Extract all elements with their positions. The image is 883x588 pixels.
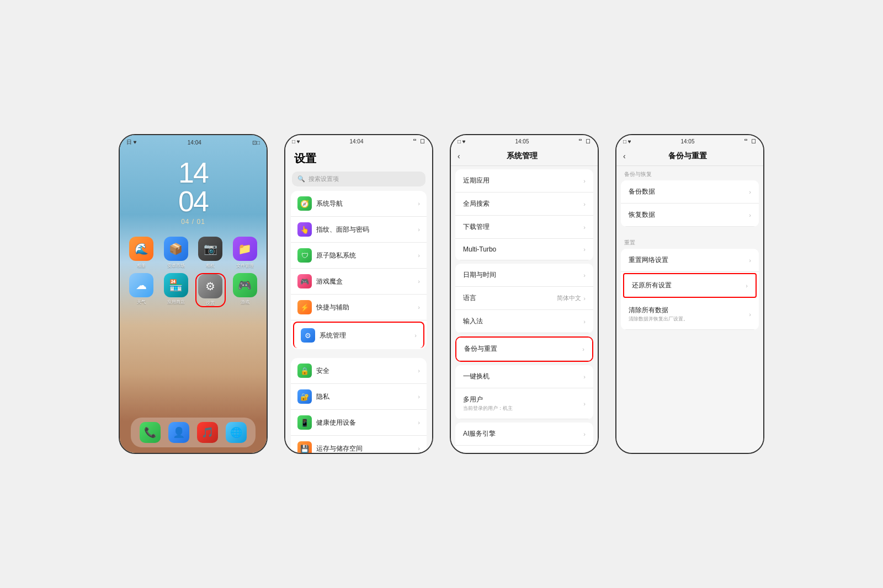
app-label-files: 文件管理 [236,263,254,269]
item-backup-reset[interactable]: 备份与重置 › [456,338,592,361]
icon-privacy: 🛡 [297,248,312,263]
system-mgmt-content: 近期应用 › 全局搜索 › 下载管理 › Multi-Turbo › 日期与时间… [451,166,598,453]
icon-priv2: 🔐 [297,389,312,404]
settings-section-2: 🔒 安全 › 🔐 隐私 › 📱 健康使用设备 › 💾 运存与储存空间 › 🔋 [291,358,427,453]
settings-content: 设置 🔍 搜索设置项 🧭 系统导航 › 👆 指纹、面部与密码 › 🛡 原子隐私系… [285,147,432,453]
label-google: Google [463,452,583,453]
item-global-search[interactable]: 全局搜索 › [455,193,593,216]
label-backup-data: 备份数据 [629,187,749,196]
item-input-method[interactable]: 输入法 › [455,310,593,333]
back-button-s3[interactable]: ‹ [458,152,460,161]
app-game[interactable]: 🎮 游戏 [230,273,260,307]
item-language[interactable]: 语言 简体中文 › [455,287,593,310]
arrow-restore-data: › [749,212,751,218]
app-album[interactable]: 🌊 相册 [126,237,157,269]
arrow-multi-user: › [583,400,586,407]
app-label-game: 游戏 [241,299,249,305]
app-icon-files: 📁 [233,237,257,261]
app-camera[interactable]: 📷 相机 [195,237,226,269]
search-bar[interactable]: 🔍 搜索设置项 [292,172,425,186]
settings-item-navigation[interactable]: 🧭 系统导航 › [291,191,427,217]
item-ai-service[interactable]: AI服务引擎 › [455,423,593,446]
status-time-s3: 14:05 [515,138,529,145]
arrow-download-mgmt: › [583,224,586,231]
status-bar-home: 日 ♥ 14:04 ⊡□ [120,135,267,147]
search-placeholder: 搜索设置项 [308,175,339,183]
arrow-gamebox: › [418,278,420,285]
app-label-camera: 相机 [206,263,215,269]
dock-browser[interactable]: 🌐 [226,422,247,443]
label-restore-data: 恢复数据 [629,210,749,220]
arrow-switch-phone: › [583,373,586,380]
item-download-mgmt[interactable]: 下载管理 › [455,216,593,239]
app-icon-appstore: 🏪 [164,273,188,297]
label-language: 语言 [463,293,557,303]
sub-clear-all-data: 清除数据并恢复出厂设置。 [629,316,749,323]
status-left-s2: □ ♥ [292,138,300,145]
label-download-mgmt: 下载管理 [463,222,583,232]
status-time-s4: 14:05 [680,138,694,145]
item-multi-user[interactable]: 多用户 当前登录的用户：机主 › [455,388,593,419]
dock-contacts[interactable]: 👤 [168,422,189,443]
settings-item-fingerprint[interactable]: 👆 指纹、面部与密码 › [291,217,427,243]
phone-settings: □ ♥ 14:04 ᄆ ☐ 设置 🔍 搜索设置项 🧭 系统导航 › 👆 指纹、面… [284,134,433,454]
arrow-security: › [418,367,420,374]
status-bar-s4: □ ♥ 14:05 ᄆ ☐ [616,135,763,147]
item-multi-turbo[interactable]: Multi-Turbo › [455,239,593,260]
backup-section-2: 重置网络设置 › 还原所有设置 › 清除所有数据 清除数据并恢复出厂设置。 › [621,249,759,330]
item-backup-data[interactable]: 备份数据 › [621,180,759,204]
settings-item-priv2[interactable]: 🔐 隐私 › [291,384,427,410]
settings-item-privacy[interactable]: 🛡 原子隐私系统 › [291,243,427,269]
app-icon-camera: 📷 [198,237,222,261]
sub-multi-user: 当前登录的用户：机主 [463,405,583,412]
item-reset-network[interactable]: 重置网络设置 › [621,249,759,272]
settings-item-health[interactable]: 📱 健康使用设备 › [291,410,427,436]
settings-item-storage[interactable]: 💾 运存与储存空间 › [291,436,427,453]
item-restore-data[interactable]: 恢复数据 › [621,204,759,227]
status-bar-s3: □ ♥ 14:05 ᄆ ☐ [451,135,598,147]
app-appstore[interactable]: 🏪 应用商店 [161,273,192,307]
settings-item-security[interactable]: 🔒 安全 › [291,358,427,384]
phone-backup-reset: □ ♥ 14:05 ᄆ ☐ ‹ 备份与重置 备份与恢复 备份数据 › 恢复数据 … [615,134,764,454]
settings-item-gamebox[interactable]: 🎮 游戏魔盒 › [291,269,427,295]
status-right-s3: ᄆ ☐ [578,138,591,145]
item-switch-phone[interactable]: 一键换机 › [455,365,593,388]
dock-music[interactable]: 🎵 [197,422,218,443]
item-recent-apps[interactable]: 近期应用 › [455,169,593,193]
item-google[interactable]: Google › [455,446,593,453]
app-label-weather: 天气 [137,299,146,305]
arrow-navigation: › [418,200,420,207]
dock-phone[interactable]: 📞 [140,422,161,443]
app-label-appstore: 应用商店 [167,299,185,305]
app-weather[interactable]: ☁ 天气 [126,273,157,307]
label-input-method: 输入法 [463,317,583,326]
item-datetime[interactable]: 日期与时间 › [455,264,593,287]
page-title-s4: 备份与重置 [630,151,746,161]
app-icon-album: 🌊 [129,237,153,261]
label-datetime: 日期与时间 [463,270,583,280]
search-icon: 🔍 [297,175,305,183]
arrow-language: › [583,295,586,302]
app-files[interactable]: 📁 文件管理 [230,237,260,269]
label-backup-reset: 备份与重置 [464,344,582,354]
arrow-datetime: › [583,272,586,279]
item-restore-all[interactable]: 还原所有设置 › [623,273,757,298]
settings-label-security: 安全 [316,366,413,376]
arrow-backup-data: › [749,189,751,195]
arrow-health: › [418,419,420,426]
back-button-s4[interactable]: ‹ [623,152,626,161]
app-market[interactable]: 📦 安卓市场 [161,237,192,269]
arrow-backup-reset: › [582,346,584,352]
arrow-priv2: › [418,393,420,400]
label-multi-user: 多用户 [463,395,583,404]
page-title-s3: 系统管理 [465,151,580,161]
app-icon-settings: ⚙ [198,274,222,298]
icon-sysmgmt: ⚙ [301,328,315,343]
settings-label-health: 健康使用设备 [316,418,413,427]
app-settings[interactable]: ⚙ 设置 [195,273,226,307]
arrow-ai-service: › [583,431,586,437]
item-clear-all-data[interactable]: 清除所有数据 清除数据并恢复出厂设置。 › [621,299,759,330]
settings-item-sysmgmt[interactable]: ⚙ 系统管理 › [293,322,424,348]
settings-label-storage: 运存与储存空间 [316,444,413,453]
settings-item-shortcut[interactable]: ⚡ 快捷与辅助 › [291,295,427,320]
